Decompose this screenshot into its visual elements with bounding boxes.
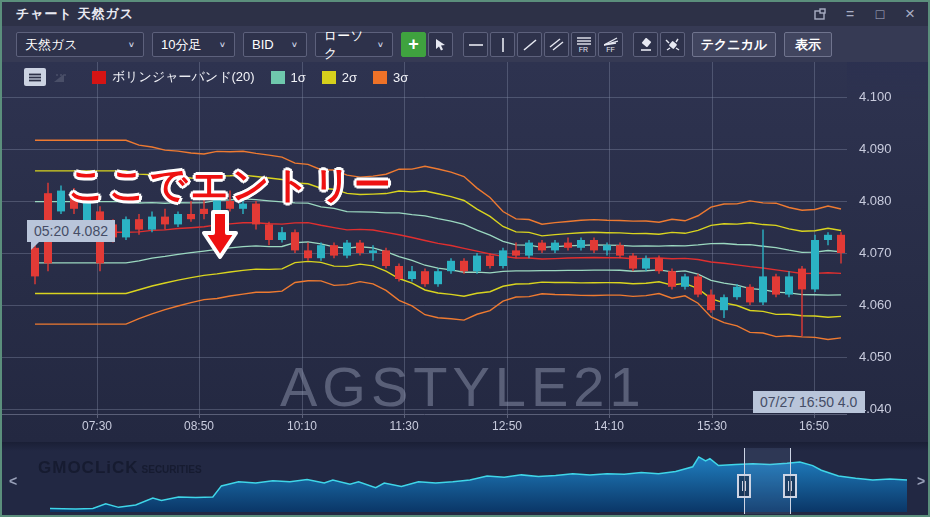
vertical-line-tool[interactable] — [490, 32, 515, 57]
chart-window: チャート 天然ガス = □ × 天然ガス ∨ 10分足 ∨ BID ∨ ローソク… — [0, 0, 930, 517]
vertical-line-icon — [502, 38, 504, 52]
y-axis-label: 4.100 — [859, 89, 892, 104]
sigma3-swatch — [373, 71, 387, 84]
x-axis-label: 08:50 — [177, 419, 221, 433]
fibonacci-retracement-icon — [577, 37, 591, 46]
legend-list-button[interactable] — [24, 68, 46, 86]
broker-logo: GMOCLiCKSECURITIES — [38, 458, 202, 478]
logo-main-text: GMOCLiCK — [38, 458, 139, 477]
horizontal-line-icon — [469, 44, 483, 46]
x-axis-label: 11:30 — [382, 419, 426, 433]
crosshair-button[interactable]: + — [401, 32, 426, 57]
chart-type-dropdown[interactable]: ローソク ∨ — [315, 32, 393, 57]
legend-item-sigma1[interactable]: 1σ — [271, 70, 306, 85]
entry-annotation-text: ここでエントリー — [68, 160, 394, 210]
instrument-dropdown-label: 天然ガス — [25, 36, 120, 54]
chevron-down-icon: ∨ — [291, 40, 298, 49]
maximize-icon[interactable]: □ — [872, 6, 888, 22]
minimize-icon[interactable]: = — [842, 6, 858, 22]
quote-type-dropdown-label: BID — [252, 37, 283, 52]
sigma3-label: 3σ — [393, 70, 408, 85]
legend-item-sigma3[interactable]: 3σ — [373, 70, 408, 85]
erase-all-icon — [665, 38, 680, 52]
chevron-down-icon: ∨ — [128, 40, 135, 49]
price-callout-left: 05:20 4.082 — [27, 220, 115, 242]
toolbar: 天然ガス ∨ 10分足 ∨ BID ∨ ローソク ∨ + — [2, 26, 928, 62]
y-axis-label: 4.090 — [859, 141, 892, 156]
ff-label: FF — [606, 46, 615, 53]
logo-sub-text: SECURITIES — [142, 464, 202, 475]
interval-dropdown[interactable]: 10分足 ∨ — [152, 32, 235, 57]
display-button[interactable]: 表示 — [784, 32, 832, 57]
parallel-lines-icon — [549, 38, 564, 51]
y-axis-label: 4.070 — [859, 245, 892, 260]
entry-arrow-annotation — [200, 209, 240, 261]
instrument-dropdown[interactable]: 天然ガス ∨ — [16, 32, 144, 57]
x-axis-label: 07:30 — [75, 419, 119, 433]
popout-icon[interactable] — [812, 6, 828, 22]
navigator-right-arrow[interactable]: > — [913, 472, 929, 490]
chevron-down-icon: ∨ — [377, 40, 384, 49]
x-axis-label: 12:50 — [485, 419, 529, 433]
crosshair-icon: + — [408, 34, 419, 55]
cursor-icon — [435, 38, 446, 51]
x-axis-label: 16:50 — [792, 419, 836, 433]
sigma1-swatch — [271, 71, 285, 84]
window-title: チャート 天然ガス — [16, 5, 134, 23]
close-icon[interactable]: × — [902, 6, 918, 22]
x-axis-label: 15:30 — [690, 419, 734, 433]
title-bar: チャート 天然ガス = □ × — [2, 2, 928, 26]
fibonacci-fan-icon — [604, 37, 618, 46]
fibonacci-fan-tool[interactable]: FF — [598, 32, 623, 57]
x-axis-label: 10:10 — [280, 419, 324, 433]
cursor-button[interactable] — [428, 32, 453, 57]
navigator-left-handle[interactable] — [744, 448, 745, 514]
handle-grip-icon[interactable] — [737, 474, 751, 498]
handle-grip-icon[interactable] — [783, 474, 797, 498]
quote-type-dropdown[interactable]: BID ∨ — [243, 32, 307, 57]
trendline-tool[interactable] — [517, 32, 542, 57]
sigma2-swatch — [322, 71, 336, 84]
y-axis-label: 4.050 — [859, 349, 892, 364]
parallel-lines-tool[interactable] — [544, 32, 569, 57]
sigma1-label: 1σ — [291, 70, 306, 85]
legend-draw-button[interactable] — [50, 68, 72, 86]
trendline-icon — [523, 39, 537, 51]
eraser-button[interactable] — [633, 32, 658, 57]
navigator-right-handle[interactable] — [790, 448, 791, 514]
price-callout-bottom: 07/27 16:50 4.0 — [753, 391, 865, 413]
window-controls: = □ × — [812, 2, 918, 26]
fibonacci-retracement-tool[interactable]: FR — [571, 32, 596, 57]
callout-pointer — [31, 241, 40, 250]
list-icon — [29, 73, 41, 82]
price-callout-bottom-text: 07/27 16:50 4.0 — [760, 394, 857, 410]
candlestick-chart[interactable] — [2, 62, 930, 442]
interval-dropdown-label: 10分足 — [161, 36, 211, 54]
y-axis-label: 4.060 — [859, 297, 892, 312]
eraser-icon — [639, 38, 653, 52]
draw-angle-icon — [53, 72, 69, 83]
navigator-left-arrow[interactable]: < — [5, 472, 21, 490]
bollinger-label: ボリンジャーバンド(20) — [112, 68, 255, 86]
price-callout-left-text: 05:20 4.082 — [34, 223, 108, 239]
chart-type-dropdown-label: ローソク — [324, 27, 369, 63]
legend-item-bollinger[interactable]: ボリンジャーバンド(20) — [92, 68, 255, 86]
indicator-legend: ボリンジャーバンド(20) 1σ 2σ 3σ — [24, 66, 408, 88]
chart-region: AGSTYLE21 4.1004.0904.0804.0704.0604.050… — [2, 62, 930, 442]
fr-label: FR — [579, 46, 588, 53]
technical-button[interactable]: テクニカル — [692, 32, 776, 57]
horizontal-line-tool[interactable] — [463, 32, 488, 57]
legend-item-sigma2[interactable]: 2σ — [322, 70, 357, 85]
bollinger-swatch — [92, 71, 106, 84]
erase-all-button[interactable] — [660, 32, 685, 57]
chevron-down-icon: ∨ — [219, 40, 226, 49]
chart-navigator: < > — [2, 442, 930, 517]
y-axis-label: 4.080 — [859, 193, 892, 208]
x-axis-label: 14:10 — [587, 419, 631, 433]
sigma2-label: 2σ — [342, 70, 357, 85]
